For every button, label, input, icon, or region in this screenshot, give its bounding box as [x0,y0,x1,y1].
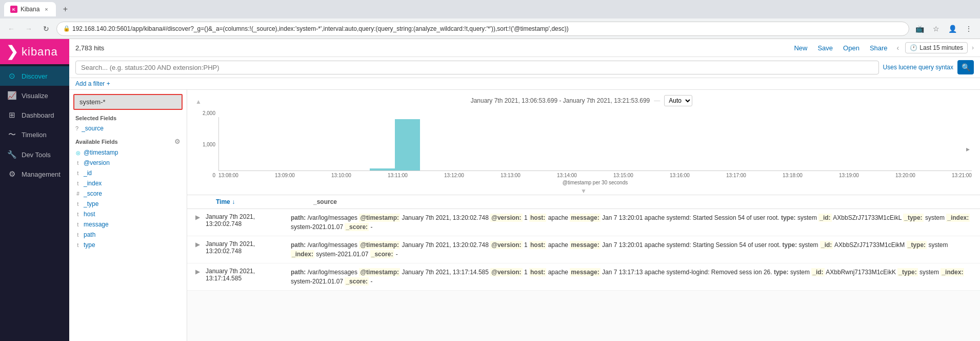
source-val-index: system-2021.01.07 [291,223,345,231]
menu-button[interactable]: ⋮ [962,22,976,36]
new-button[interactable]: New [791,43,810,53]
x-label-1312: 13:12:00 [444,173,464,178]
sidebar-label-management: Management [22,170,61,178]
sidebar-item-management[interactable]: ⚙ Management [0,164,69,184]
sidebar-item-discover[interactable]: ⊙ Discover [0,66,69,86]
source-val-type3: system [797,241,820,249]
x-label-1310: 13:10:00 [331,173,351,178]
address-text: 192.168.140.20:5601/app/kibana#/discover… [72,25,903,32]
profile-button[interactable]: 👤 [945,22,959,36]
source-key-message2: message: [570,241,600,249]
field-type-field[interactable]: t _type [69,199,187,209]
time-column-label: Time ↓ [216,198,235,205]
sidebar-item-visualize[interactable]: 📈 Visualize [0,86,69,105]
field-host[interactable]: t host [69,209,187,219]
chart-area: ▲ January 7th 2021, 13:06:53.699 - Janua… [187,90,980,195]
row-expand-button[interactable]: ▶ [195,240,202,248]
chart-interval-select[interactable]: Auto [664,95,692,106]
source-key-type3: type: [783,241,797,249]
sidebar-logo: ❯ kibana [0,39,69,64]
available-fields-header: Available Fields ⚙ [69,134,187,147]
top-bar-actions: New Save Open Share ‹ 🕐 Last 15 minutes … [791,42,974,53]
sidebar-label-dashboard: Dashboard [22,111,54,119]
add-filter-button[interactable]: Add a filter + [75,80,974,87]
source-key-path3: path: [291,269,306,276]
chart-expand-right-icon[interactable]: ▸ [966,145,970,153]
field-name-message: message [84,221,109,228]
source-val-type4: system [927,241,948,249]
reload-button[interactable]: ↻ [39,22,53,36]
source-val-type: system [796,214,819,221]
source-key-version2: @version: [490,241,522,249]
field-version[interactable]: t @version [69,158,187,168]
chart-bar-6[interactable] [370,168,395,170]
source-val-timestamp: January 7th 2021, 13:20:02.748 [400,214,490,221]
column-time-header[interactable]: Time ↓ [216,198,303,205]
new-tab-button[interactable]: + [59,3,71,15]
field-name-type2: type [84,241,95,249]
row-expand-button[interactable]: ▶ [195,213,202,221]
content-area: system-* Selected Fields ? _source Avail… [69,90,980,341]
result-timestamp: January 7th 2021, 13:20:02.748 [206,240,287,255]
forward-button[interactable]: → [22,22,36,36]
time-nav-left[interactable]: ‹ [895,43,902,53]
result-timestamp: January 7th 2021, 13:20:02.748 [206,213,287,228]
field-index[interactable]: t _index [69,178,187,188]
back-button[interactable]: ← [4,22,18,36]
open-button[interactable]: Open [840,43,863,53]
discover-icon: ⊙ [7,71,16,81]
y-label-1000: 1,000 [203,142,215,147]
x-label-1321: 13:21:00 [952,173,972,178]
field-path[interactable]: t path [69,230,187,240]
share-button[interactable]: Share [867,43,891,53]
browser-tab[interactable]: K Kibana × [4,2,56,16]
index-pattern-tab[interactable]: system-* [73,94,183,110]
y-label-0: 0 [212,173,215,178]
tab-close-button[interactable]: × [43,6,50,13]
time-nav-right[interactable]: › [972,44,974,51]
row-expand-button[interactable]: ▶ [195,268,202,275]
lucene-hint[interactable]: Uses lucene query syntax [883,64,953,71]
chart-separator: — [654,97,660,104]
source-val-index3: system-2021.01.07 [291,278,345,285]
chart-container: 2,000 1,000 0 13:08:00 13:09:00 13:10:00 [195,110,972,187]
field-name-host: host [84,211,95,218]
selected-fields-title: Selected Fields [69,110,187,123]
field-timestamp[interactable]: ◎ @timestamp [69,147,187,158]
source-val-score2: - [394,251,397,258]
source-val-message: Jan 7 13:20:01 apache systemd: Started S… [601,214,781,221]
field-type-message: t [75,222,81,228]
time-picker[interactable]: 🕐 Last 15 minutes [905,42,968,53]
save-button[interactable]: Save [814,43,836,53]
sidebar-item-timelion[interactable]: 〜 Timelion [0,125,69,145]
dashboard-icon: ⊞ [7,110,16,120]
search-button[interactable]: 🔍 [957,60,974,74]
result-timestamp: January 7th 2021, 13:17:14.585 [206,268,287,282]
source-val-message3: Jan 7 13:17:13 apache systemd-logind: Re… [601,269,774,276]
field-type-index: t [75,181,81,186]
search-input[interactable] [75,61,879,74]
field-item-source[interactable]: ? _source [69,123,187,134]
field-type-type[interactable]: t type [69,240,187,250]
fields-gear-icon[interactable]: ⚙ [174,138,181,145]
column-source-header: _source [313,198,972,205]
address-bar[interactable]: 🔒 192.168.140.20:5601/app/kibana#/discov… [56,22,909,36]
field-score[interactable]: # _score [69,188,187,199]
chart-expand-bottom-icon[interactable]: ▼ [581,187,587,195]
table-row: ▶ January 7th 2021, 13:20:02.748 path: /… [187,209,980,236]
chart-bar-7[interactable] [395,119,420,170]
sidebar-item-devtools[interactable]: 🔧 Dev Tools [0,145,69,164]
field-id[interactable]: t _id [69,168,187,178]
source-key-message: message: [570,214,600,222]
source-key-id2: _id: [820,241,833,249]
bookmark-button[interactable]: ☆ [929,22,943,36]
source-val-id: AXbbSZrJ71733M1cEikL [832,214,904,221]
field-message[interactable]: t message [69,219,187,230]
sidebar-item-dashboard[interactable]: ⊞ Dashboard [0,105,69,125]
cast-button[interactable]: 📺 [912,22,927,36]
source-key-version3: @version: [490,268,522,276]
source-val-path2: /var/log/messages [306,241,359,249]
source-val-score: - [369,223,372,231]
chart-expand-top-icon[interactable]: ▲ [195,98,202,105]
source-key-id3: _id: [811,268,824,276]
